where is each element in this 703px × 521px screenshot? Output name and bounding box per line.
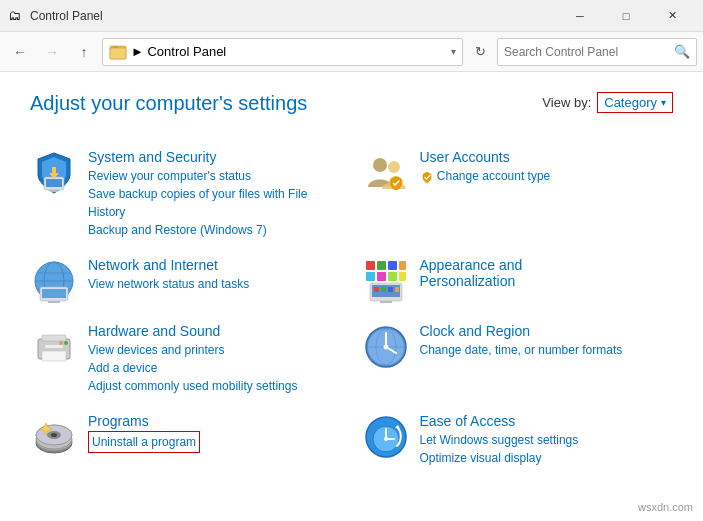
svg-point-7 xyxy=(388,161,400,173)
svg-rect-27 xyxy=(380,301,392,303)
svg-rect-2 xyxy=(113,46,118,48)
watermark: wsxdn.com xyxy=(638,501,693,513)
svg-rect-33 xyxy=(42,335,66,341)
svg-rect-23 xyxy=(388,272,397,281)
minimize-button[interactable]: ─ xyxy=(557,0,603,32)
svg-rect-22 xyxy=(377,272,386,281)
programs-text: Programs Uninstall a program xyxy=(88,413,200,453)
network-internet-text: Network and Internet View network status… xyxy=(88,257,249,293)
svg-rect-1 xyxy=(110,48,126,59)
clock-region-text: Clock and Region Change date, time, or n… xyxy=(420,323,623,359)
system-security-title[interactable]: System and Security xyxy=(88,149,342,165)
hardware-sound-link-3[interactable]: Adjust commonly used mobility settings xyxy=(88,377,297,395)
search-input[interactable] xyxy=(504,45,674,59)
svg-rect-21 xyxy=(366,272,375,281)
refresh-button[interactable]: ↻ xyxy=(467,39,493,65)
category-ease-of-access: Ease of Access Let Windows suggest setti… xyxy=(362,413,674,467)
ease-of-access-title[interactable]: Ease of Access xyxy=(420,413,579,429)
user-accounts-icon xyxy=(362,149,410,197)
search-box[interactable]: 🔍 xyxy=(497,38,697,66)
svg-rect-28 xyxy=(374,287,379,292)
svg-point-37 xyxy=(59,341,63,345)
forward-button[interactable]: → xyxy=(38,38,66,66)
system-security-link-3[interactable]: Backup and Restore (Windows 7) xyxy=(88,221,342,239)
network-internet-icon xyxy=(30,257,78,305)
svg-point-53 xyxy=(51,433,57,437)
ease-of-access-link-2[interactable]: Optimize visual display xyxy=(420,449,579,467)
svg-rect-29 xyxy=(381,287,386,292)
system-security-icon xyxy=(30,149,78,197)
svg-rect-16 xyxy=(48,301,60,303)
close-button[interactable]: ✕ xyxy=(649,0,695,32)
svg-point-44 xyxy=(383,345,388,350)
window-controls: ─ □ ✕ xyxy=(557,0,695,32)
svg-rect-15 xyxy=(42,289,66,298)
window-icon: 🗂 xyxy=(8,8,24,24)
svg-rect-30 xyxy=(388,287,393,292)
view-by-label: View by: xyxy=(542,95,591,110)
svg-point-58 xyxy=(384,437,388,441)
maximize-button[interactable]: □ xyxy=(603,0,649,32)
back-button[interactable]: ← xyxy=(6,38,34,66)
hardware-sound-link-2[interactable]: Add a device xyxy=(88,359,297,377)
ease-of-access-text: Ease of Access Let Windows suggest setti… xyxy=(420,413,579,467)
svg-rect-35 xyxy=(45,345,63,348)
network-internet-link-1[interactable]: View network status and tasks xyxy=(88,275,249,293)
user-accounts-link-1[interactable]: Change account type xyxy=(420,167,551,185)
ease-of-access-icon xyxy=(362,413,410,461)
programs-title[interactable]: Programs xyxy=(88,413,200,429)
svg-rect-31 xyxy=(395,287,399,292)
svg-rect-5 xyxy=(50,190,58,192)
programs-icon xyxy=(30,413,78,461)
svg-rect-19 xyxy=(388,261,397,270)
appearance-title[interactable]: Appearance andPersonalization xyxy=(420,257,523,289)
category-hardware-sound: Hardware and Sound View devices and prin… xyxy=(30,323,342,395)
clock-region-icon xyxy=(362,323,410,371)
view-by-dropdown[interactable]: Category ▾ xyxy=(597,92,673,113)
svg-rect-18 xyxy=(377,261,386,270)
user-accounts-text: User Accounts Change account type xyxy=(420,149,551,185)
category-programs: Programs Uninstall a program xyxy=(30,413,342,467)
svg-rect-4 xyxy=(46,179,62,187)
system-security-link-2[interactable]: Save backup copies of your files with Fi… xyxy=(88,185,342,221)
programs-link-1[interactable]: Uninstall a program xyxy=(88,431,200,453)
appearance-text: Appearance andPersonalization xyxy=(420,257,523,291)
system-security-link-1[interactable]: Review your computer's status xyxy=(88,167,342,185)
up-button[interactable]: ↑ xyxy=(70,38,98,66)
ease-of-access-link-1[interactable]: Let Windows suggest settings xyxy=(420,431,579,449)
svg-rect-20 xyxy=(399,261,406,270)
search-icon[interactable]: 🔍 xyxy=(674,44,690,59)
network-internet-title[interactable]: Network and Internet xyxy=(88,257,249,273)
categories-grid: System and Security Review your computer… xyxy=(30,149,673,485)
svg-rect-17 xyxy=(366,261,375,270)
address-icon xyxy=(109,43,127,61)
address-chevron: ▾ xyxy=(451,46,456,57)
category-clock-region: Clock and Region Change date, time, or n… xyxy=(362,323,674,395)
hardware-sound-title[interactable]: Hardware and Sound xyxy=(88,323,297,339)
category-appearance: Appearance andPersonalization xyxy=(362,257,674,305)
chevron-down-icon: ▾ xyxy=(661,97,666,108)
hardware-sound-text: Hardware and Sound View devices and prin… xyxy=(88,323,297,395)
page-heading: Adjust your computer's settings xyxy=(30,92,307,115)
address-bar: ← → ↑ ► Control Panel ▾ ↻ 🔍 xyxy=(0,32,703,72)
category-system-security: System and Security Review your computer… xyxy=(30,149,342,239)
appearance-icon xyxy=(362,257,410,305)
svg-point-6 xyxy=(373,158,387,172)
clock-region-title[interactable]: Clock and Region xyxy=(420,323,623,339)
svg-rect-24 xyxy=(399,272,406,281)
clock-region-link-1[interactable]: Change date, time, or number formats xyxy=(420,341,623,359)
window-title: Control Panel xyxy=(30,9,557,23)
svg-rect-34 xyxy=(42,351,66,361)
system-security-text: System and Security Review your computer… xyxy=(88,149,342,239)
hardware-sound-icon xyxy=(30,323,78,371)
category-user-accounts: User Accounts Change account type xyxy=(362,149,674,239)
hardware-sound-link-1[interactable]: View devices and printers xyxy=(88,341,297,359)
title-bar: 🗂 Control Panel ─ □ ✕ xyxy=(0,0,703,32)
category-network-internet: Network and Internet View network status… xyxy=(30,257,342,305)
user-accounts-title[interactable]: User Accounts xyxy=(420,149,551,165)
view-by-value: Category xyxy=(604,95,657,110)
address-path-box[interactable]: ► Control Panel ▾ xyxy=(102,38,463,66)
svg-point-36 xyxy=(64,341,68,345)
view-by-control: View by: Category ▾ xyxy=(542,92,673,113)
address-text: ► Control Panel xyxy=(131,44,447,59)
